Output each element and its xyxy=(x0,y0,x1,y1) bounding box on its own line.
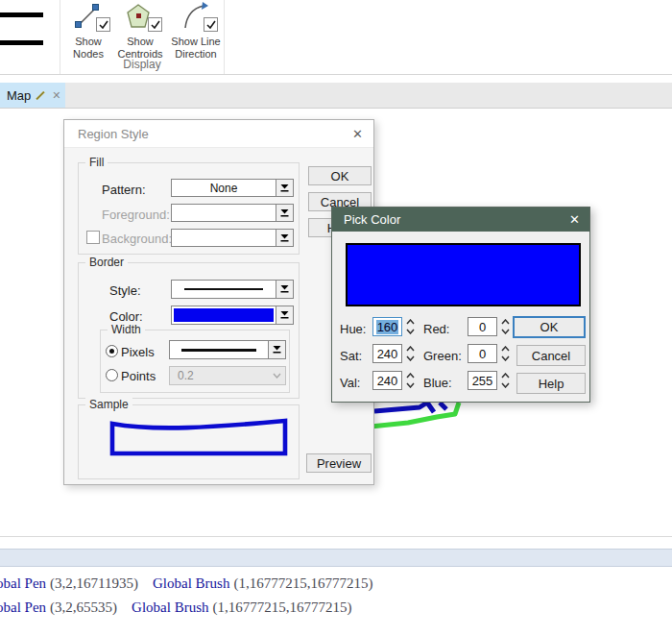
hue-field[interactable]: 160 xyxy=(372,317,402,336)
pick-color-close-icon[interactable]: ✕ xyxy=(569,212,580,227)
border-color-combo[interactable] xyxy=(171,306,294,325)
show-line-direction-button[interactable]: Show Line Direction xyxy=(168,2,224,61)
points-radio[interactable] xyxy=(106,369,118,381)
background-checkbox[interactable] xyxy=(86,231,100,244)
hue-spinner[interactable] xyxy=(406,317,415,336)
pick-color-help-button[interactable]: Help xyxy=(516,373,586,394)
pick-color-cancel-button[interactable]: Cancel xyxy=(516,345,586,366)
red-spinner[interactable] xyxy=(501,317,510,336)
tab-map[interactable]: Map ✕ xyxy=(0,83,65,108)
preview-button[interactable]: Preview xyxy=(306,453,372,473)
sat-field[interactable]: 240 xyxy=(372,344,402,363)
region-style-dialog: Region Style ✕ Fill Pattern: None Foregr… xyxy=(63,119,374,485)
background-combo[interactable] xyxy=(171,229,294,247)
dropdown-icon xyxy=(280,310,289,320)
green-label: Green: xyxy=(423,349,462,363)
document-tab-bar: Map ✕ xyxy=(0,83,672,108)
line-style-sample[interactable] xyxy=(0,40,43,45)
chevron-down-icon xyxy=(406,355,415,361)
mapbasic-window-header-strip xyxy=(0,549,672,567)
blue-region-outline xyxy=(374,403,434,412)
chevron-up-icon xyxy=(501,319,510,325)
mapbasic-args: (1,16777215,16777215) xyxy=(213,599,352,615)
chevron-up-icon xyxy=(406,346,415,352)
foreground-combo[interactable] xyxy=(171,204,294,222)
chevron-down-icon xyxy=(501,329,510,334)
red-value: 0 xyxy=(479,320,486,334)
border-color-dropdown-button[interactable] xyxy=(276,306,293,324)
pixels-radio[interactable] xyxy=(106,345,118,357)
border-style-dropdown-button[interactable] xyxy=(276,281,293,298)
dropdown-icon xyxy=(280,183,289,193)
mapbasic-line: Global Pen(3,2,16711935)Global Brush(1,1… xyxy=(0,572,672,596)
pixels-label: Pixels xyxy=(121,345,155,359)
tab-bar-bottom-border xyxy=(0,108,672,109)
mapbasic-keyword: Global Brush xyxy=(132,599,208,615)
show-line-direction-checkbox[interactable] xyxy=(204,17,218,32)
background-label: Background: xyxy=(102,232,172,246)
chevron-down-icon xyxy=(406,382,415,388)
blue-value: 255 xyxy=(472,374,493,388)
sample-group-legend: Sample xyxy=(85,398,132,411)
width-pixels-dropdown-button[interactable] xyxy=(268,341,285,358)
width-pixels-combo[interactable] xyxy=(169,340,286,359)
val-field[interactable]: 240 xyxy=(372,371,402,390)
dropdown-icon xyxy=(273,345,281,355)
line-style-sample[interactable] xyxy=(0,12,43,17)
border-style-value xyxy=(172,281,276,298)
width-points-value: 0.2 xyxy=(170,367,268,384)
hue-value: 160 xyxy=(376,320,399,334)
check-icon xyxy=(206,20,216,29)
region-style-close-icon[interactable]: ✕ xyxy=(352,127,363,141)
chevron-up-icon xyxy=(406,319,415,325)
blue-label: Blue: xyxy=(423,376,452,390)
show-nodes-checkbox[interactable] xyxy=(96,17,110,32)
foreground-dropdown-button[interactable] xyxy=(276,205,293,221)
val-spinner[interactable] xyxy=(406,371,415,390)
chevron-down-icon xyxy=(501,355,510,361)
mapbasic-keyword: Global Pen xyxy=(0,599,46,615)
pick-color-ok-button[interactable]: OK xyxy=(513,316,586,338)
chevron-up-icon xyxy=(501,346,510,352)
pick-color-titlebar: Pick Color ✕ xyxy=(332,208,589,232)
green-spinner[interactable] xyxy=(501,344,510,363)
show-centroids-checkbox[interactable] xyxy=(148,17,162,32)
show-centroids-button[interactable]: Show Centroids xyxy=(112,2,168,61)
dropdown-icon xyxy=(280,233,289,243)
width-points-combo: 0.2 xyxy=(169,366,286,385)
mapbasic-keyword: Global Pen xyxy=(0,575,46,591)
sat-spinner[interactable] xyxy=(406,344,415,363)
border-style-combo[interactable] xyxy=(171,280,294,299)
style-label: Style: xyxy=(109,283,141,298)
show-nodes-button[interactable]: Show Nodes xyxy=(62,2,114,61)
blue-spinner[interactable] xyxy=(501,371,510,390)
width-pixels-value xyxy=(170,341,268,358)
chevron-down-icon xyxy=(406,329,415,334)
ribbon: Show Nodes Show Centroids xyxy=(0,0,672,75)
color-swatch xyxy=(346,243,581,306)
dropdown-icon xyxy=(280,284,289,294)
red-label: Red: xyxy=(423,322,449,336)
background-dropdown-button[interactable] xyxy=(276,230,293,246)
pattern-combo[interactable]: None xyxy=(171,179,294,197)
tab-close-icon[interactable]: ✕ xyxy=(52,89,60,102)
mapbasic-line: Global Pen(3,2,65535)Global Brush(1,1677… xyxy=(0,596,672,620)
pattern-value: None xyxy=(172,180,276,196)
sample-region-preview xyxy=(97,413,303,466)
check-icon xyxy=(99,20,108,29)
blue-region-outline xyxy=(440,403,446,409)
width-group-legend: Width xyxy=(108,323,145,336)
green-field[interactable]: 0 xyxy=(468,344,497,363)
foreground-value xyxy=(172,205,276,221)
val-value: 240 xyxy=(377,374,398,388)
blue-field[interactable]: 255 xyxy=(468,371,497,390)
mapbasic-window: Global Pen(3,2,16711935)Global Brush(1,1… xyxy=(0,572,672,629)
pattern-dropdown-button[interactable] xyxy=(276,180,293,196)
red-field[interactable]: 0 xyxy=(468,317,497,336)
points-label: Points xyxy=(121,369,156,383)
mapbasic-args: (3,2,16711935) xyxy=(50,575,138,591)
region-style-titlebar: Region Style ✕ xyxy=(64,120,373,148)
foreground-label: Foreground: xyxy=(102,208,170,222)
border-color-swatch xyxy=(174,308,274,322)
region-style-ok-button[interactable]: OK xyxy=(308,166,372,185)
